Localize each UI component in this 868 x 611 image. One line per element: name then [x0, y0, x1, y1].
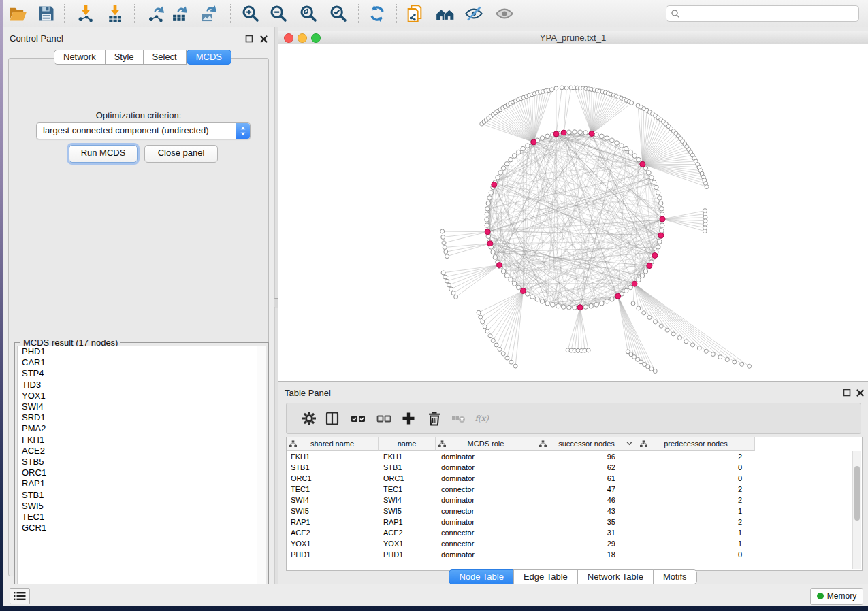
cell-shared-name[interactable]: ACE2	[287, 527, 378, 538]
close-panel-button[interactable]: Close panel	[144, 145, 218, 163]
cell-mcds-role[interactable]: dominator	[434, 549, 534, 560]
cell-predecessor-nodes[interactable]: 2	[634, 516, 752, 527]
table-row[interactable]: RAP1RAP1dominator352	[287, 516, 862, 527]
mcds-result-item[interactable]: TEC1	[18, 512, 266, 523]
mcds-result-item[interactable]: FKH1	[18, 435, 266, 446]
column-header-mcds-role[interactable]: MCDS role	[436, 437, 536, 451]
optimization-criterion-select[interactable]: largest connected component (undirected)	[36, 122, 251, 139]
import-network-icon[interactable]	[76, 4, 95, 23]
search-input[interactable]	[683, 7, 856, 20]
cell-predecessor-nodes[interactable]: 0	[634, 473, 752, 484]
cell-mcds-role[interactable]: connector	[434, 484, 534, 495]
cell-successor-nodes[interactable]: 62	[534, 462, 634, 473]
table-scrollbar[interactable]	[852, 451, 861, 569]
mcds-result-item[interactable]: CAR1	[18, 357, 266, 368]
node-table[interactable]: shared namenameMCDS rolesuccessor nodesp…	[286, 437, 863, 571]
export-network-icon[interactable]	[147, 4, 166, 23]
tab-network[interactable]: Network	[54, 50, 106, 65]
cell-name[interactable]: YOX1	[378, 538, 434, 549]
cell-shared-name[interactable]: SWI5	[287, 506, 378, 516]
cell-mcds-role[interactable]: connector	[434, 506, 534, 516]
mcds-result-item[interactable]: PMA2	[18, 423, 266, 434]
table-row[interactable]: STB1STB1dominator620	[287, 462, 862, 473]
cell-successor-nodes[interactable]: 43	[534, 506, 634, 516]
cell-mcds-role[interactable]: dominator	[434, 473, 534, 484]
mcds-result-item[interactable]: PHD1	[18, 346, 266, 357]
mcds-result-item[interactable]: YOX1	[18, 391, 266, 401]
new-network-from-selection-icon[interactable]	[405, 4, 424, 23]
tab-style[interactable]: Style	[105, 50, 144, 65]
cell-shared-name[interactable]: RAP1	[287, 516, 378, 527]
mcds-result-item[interactable]: STP4	[18, 368, 266, 379]
mcds-result-item[interactable]: TID3	[18, 380, 266, 391]
cell-name[interactable]: ORC1	[378, 473, 434, 484]
mcds-list-scrollbar[interactable]	[257, 346, 266, 593]
task-history-button[interactable]	[10, 588, 30, 604]
cell-successor-nodes[interactable]: 46	[534, 495, 634, 506]
cell-successor-nodes[interactable]: 29	[534, 538, 634, 549]
cell-name[interactable]: ACE2	[378, 527, 434, 538]
cell-successor-nodes[interactable]: 61	[534, 473, 634, 484]
cell-predecessor-nodes[interactable]: 0	[634, 462, 752, 473]
cell-mcds-role[interactable]: dominator	[434, 495, 534, 506]
run-mcds-button[interactable]: Run MCDS	[69, 145, 138, 163]
zoom-in-icon[interactable]	[241, 4, 260, 23]
cell-name[interactable]: SWI4	[378, 495, 434, 506]
save-session-icon[interactable]	[37, 4, 56, 23]
cell-mcds-role[interactable]: dominator	[434, 451, 534, 462]
cell-predecessor-nodes[interactable]: 2	[634, 451, 752, 462]
column-header-name[interactable]: name	[379, 437, 436, 451]
mcds-result-item[interactable]: RAP1	[18, 478, 266, 489]
mcds-result-item[interactable]: STB5	[18, 457, 266, 467]
import-table-icon[interactable]	[106, 4, 125, 23]
cell-successor-nodes[interactable]: 31	[534, 527, 634, 538]
show-all-icon[interactable]	[495, 4, 514, 23]
unselect-all-icon[interactable]	[376, 410, 392, 427]
delete-column-icon[interactable]	[426, 410, 443, 427]
cell-successor-nodes[interactable]: 35	[534, 516, 634, 527]
table-row[interactable]: ORC1ORC1dominator610	[287, 473, 862, 484]
memory-button[interactable]: Memory	[810, 588, 863, 605]
table-row[interactable]: ACE2ACE2connector311	[287, 527, 862, 538]
column-header-shared-name[interactable]: shared name	[287, 437, 379, 451]
cell-name[interactable]: TEC1	[378, 484, 434, 495]
cell-successor-nodes[interactable]: 96	[534, 451, 634, 462]
tab-network-table[interactable]: Network Table	[577, 569, 654, 584]
table-row[interactable]: TEC1TEC1connector472	[287, 484, 862, 495]
cell-name[interactable]: RAP1	[378, 516, 434, 527]
table-row[interactable]: YOX1YOX1connector291	[287, 538, 862, 549]
table-row[interactable]: FKH1FKH1dominator962	[287, 451, 862, 462]
mcds-result-list[interactable]: PHD1CAR1STP4TID3YOX1SWI4SRD1PMA2FKH1ACE2…	[17, 346, 266, 594]
export-table-icon[interactable]	[170, 4, 189, 23]
cell-predecessor-nodes[interactable]: 2	[634, 495, 752, 506]
add-column-icon[interactable]	[400, 410, 417, 427]
open-file-icon[interactable]	[8, 4, 27, 23]
scrollbar-thumb[interactable]	[854, 466, 860, 521]
close-table-panel-icon[interactable]	[856, 388, 865, 397]
zoom-out-icon[interactable]	[269, 4, 288, 23]
cell-shared-name[interactable]: SWI4	[287, 495, 378, 506]
tab-node-table[interactable]: Node Table	[449, 569, 514, 584]
column-header-predecessor-nodes[interactable]: predecessor nodes	[637, 437, 755, 451]
cell-mcds-role[interactable]: dominator	[434, 462, 534, 473]
float-table-panel-icon[interactable]	[843, 388, 852, 397]
tab-mcds[interactable]: MCDS	[187, 50, 231, 65]
cell-shared-name[interactable]: ORC1	[287, 473, 378, 484]
table-row[interactable]: PHD1PHD1dominator180	[287, 549, 862, 560]
export-image-icon[interactable]	[199, 4, 219, 23]
cell-predecessor-nodes[interactable]: 1	[634, 506, 752, 516]
cell-shared-name[interactable]: TEC1	[287, 484, 378, 495]
cell-predecessor-nodes[interactable]: 1	[634, 538, 752, 549]
table-row[interactable]: SWI4SWI4dominator462	[287, 495, 862, 506]
first-neighbors-icon[interactable]	[436, 4, 455, 23]
cell-mcds-role[interactable]: dominator	[434, 516, 534, 527]
cell-predecessor-nodes[interactable]: 2	[634, 484, 752, 495]
mcds-result-item[interactable]: SWI5	[18, 501, 266, 512]
select-all-icon[interactable]	[350, 410, 366, 427]
apply-layout-icon[interactable]	[368, 4, 387, 23]
cell-name[interactable]: FKH1	[378, 451, 434, 462]
cell-predecessor-nodes[interactable]: 1	[634, 527, 752, 538]
mcds-result-item[interactable]: ACE2	[18, 446, 266, 457]
tab-motifs[interactable]: Motifs	[653, 569, 697, 584]
cell-shared-name[interactable]: STB1	[287, 462, 378, 473]
